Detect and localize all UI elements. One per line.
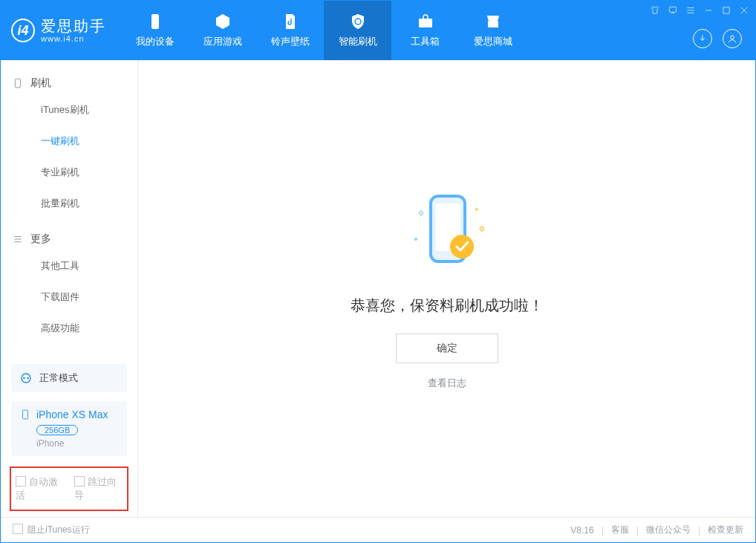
nav-apps-games[interactable]: 应用游戏 <box>189 1 256 60</box>
app-name: 爱思助手 <box>41 18 106 34</box>
sidebar-item-batch-flash[interactable]: 批量刷机 <box>1 188 137 219</box>
device-name: iPhone XS Max <box>36 409 108 420</box>
download-icon <box>697 33 708 44</box>
tshirt-icon[interactable] <box>650 5 660 16</box>
sidebar: 刷机 iTunes刷机 一键刷机 专业刷机 批量刷机 更多 其他工具 下载固件 … <box>1 60 138 517</box>
user-icon <box>727 33 737 44</box>
sidebar-group-more: 更多 <box>1 228 137 250</box>
svg-point-14 <box>475 208 478 211</box>
nav-store[interactable]: 爱思商城 <box>459 1 527 60</box>
support-link[interactable]: 客服 <box>611 524 629 536</box>
svg-point-13 <box>450 235 474 259</box>
device-mode-card[interactable]: 正常模式 <box>11 364 127 392</box>
sidebar-item-onekey-flash[interactable]: 一键刷机 <box>1 126 137 157</box>
main-content: 恭喜您，保资料刷机成功啦！ 确定 查看日志 <box>138 60 755 517</box>
wechat-link[interactable]: 微信公众号 <box>646 524 691 536</box>
close-icon[interactable] <box>739 5 749 16</box>
svg-rect-0 <box>151 14 159 29</box>
ok-button[interactable]: 确定 <box>396 334 498 363</box>
auto-activate-checkbox[interactable]: 自动激活 <box>16 475 64 502</box>
account-button[interactable] <box>723 29 742 48</box>
skip-guide-checkbox[interactable]: 跳过向导 <box>74 475 123 502</box>
nav-smart-flash[interactable]: 智能刷机 <box>324 1 391 60</box>
svg-point-3 <box>731 36 734 39</box>
svg-point-9 <box>27 377 29 380</box>
success-message: 恭喜您，保资料刷机成功啦！ <box>351 296 544 316</box>
store-icon <box>484 13 502 30</box>
maximize-icon[interactable] <box>721 5 731 16</box>
app-header: i4 爱思助手 www.i4.cn 我的设备 应用游戏 铃声壁纸 智能刷机 <box>1 1 755 60</box>
sidebar-item-advanced[interactable]: 高级功能 <box>1 313 137 344</box>
device-type: iPhone <box>36 438 118 449</box>
svg-rect-2 <box>488 21 498 27</box>
nav-my-device[interactable]: 我的设备 <box>121 1 189 60</box>
phone-outline-icon <box>20 409 30 420</box>
list-icon <box>13 234 23 244</box>
svg-rect-10 <box>23 410 28 419</box>
svg-rect-6 <box>16 79 21 88</box>
menu-icon[interactable] <box>685 5 696 16</box>
check-update-link[interactable]: 检查更新 <box>708 524 743 536</box>
mode-icon <box>20 372 32 384</box>
toolbox-icon <box>417 13 434 30</box>
download-button[interactable] <box>693 29 712 48</box>
status-bar: 阻止iTunes运行 V8.16 | 客服 | 微信公众号 | 检查更新 <box>1 517 755 542</box>
logo-icon: i4 <box>11 19 35 42</box>
device-capacity: 256GB <box>36 425 78 435</box>
sidebar-item-other-tools[interactable]: 其他工具 <box>1 250 137 282</box>
svg-point-8 <box>23 377 25 380</box>
svg-point-15 <box>414 238 417 241</box>
shield-sync-icon <box>349 13 367 30</box>
minimize-icon[interactable] <box>703 5 714 16</box>
music-file-icon <box>281 13 299 30</box>
cube-icon <box>214 13 232 30</box>
feedback-icon[interactable] <box>668 5 678 16</box>
svg-rect-1 <box>419 19 432 27</box>
success-illustration <box>403 187 492 276</box>
version-label: V8.16 <box>570 525 593 536</box>
sidebar-item-pro-flash[interactable]: 专业刷机 <box>1 157 137 188</box>
svg-rect-4 <box>669 7 676 12</box>
main-nav: 我的设备 应用游戏 铃声壁纸 智能刷机 工具箱 爱思商城 <box>121 1 527 60</box>
view-log-link[interactable]: 查看日志 <box>428 377 466 390</box>
sidebar-item-itunes-flash[interactable]: iTunes刷机 <box>1 94 137 126</box>
nav-toolbox[interactable]: 工具箱 <box>391 1 459 60</box>
svg-rect-5 <box>723 7 729 13</box>
block-itunes-checkbox[interactable]: 阻止iTunes运行 <box>13 524 90 536</box>
svg-point-7 <box>22 374 30 383</box>
device-icon <box>146 13 164 30</box>
flash-options-highlight: 自动激活 跳过向导 <box>10 466 128 511</box>
nav-ringtones-wallpapers[interactable]: 铃声壁纸 <box>256 1 324 60</box>
app-logo: i4 爱思助手 www.i4.cn <box>11 1 106 60</box>
app-url: www.i4.cn <box>41 34 106 43</box>
sidebar-group-flash: 刷机 <box>1 72 137 94</box>
sidebar-item-firmware[interactable]: 下载固件 <box>1 282 137 313</box>
phone-icon <box>13 78 23 88</box>
device-card[interactable]: iPhone XS Max 256GB iPhone <box>11 401 127 456</box>
